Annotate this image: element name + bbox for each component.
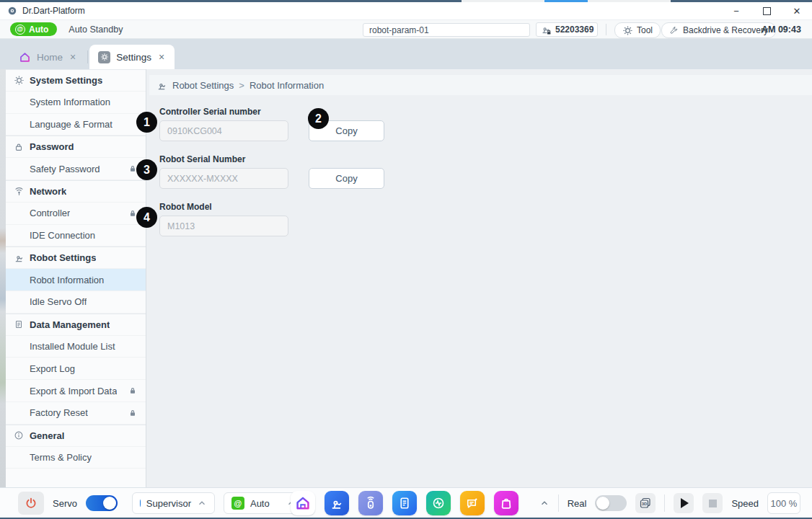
close-button[interactable]: ✕ bbox=[782, 2, 812, 19]
robot-arm-icon bbox=[13, 252, 25, 263]
sidebar-item-export-log[interactable]: Export Log bbox=[6, 358, 146, 380]
sidebar-item-installed-module-list[interactable]: Installed Module List bbox=[6, 336, 146, 358]
wrench-icon bbox=[669, 26, 679, 35]
breadcrumb-section: Robot Settings bbox=[172, 80, 234, 91]
mode-value: Auto bbox=[250, 498, 270, 509]
lock-icon bbox=[128, 386, 137, 395]
tab-close-icon[interactable]: × bbox=[69, 51, 77, 63]
tab-home[interactable]: Home× bbox=[10, 45, 86, 69]
robot-information-form: Controller Serial number0910KCG0041Copy2… bbox=[159, 107, 384, 249]
sidebar-item-safety-password[interactable]: Safety Password bbox=[6, 158, 146, 180]
robot-app-icon[interactable] bbox=[325, 491, 349, 515]
sidebar-item-factory-reset[interactable]: Factory Reset bbox=[6, 402, 146, 425]
document-app-icon[interactable] bbox=[392, 491, 417, 515]
status-bar-divider bbox=[558, 494, 559, 512]
field-value: XXXXXX-MXXXX bbox=[167, 174, 238, 184]
maximize-button[interactable] bbox=[751, 2, 782, 19]
sidebar-item-label: Safety Password bbox=[30, 164, 100, 174]
sidebar-item-label: Idle Servo Off bbox=[30, 296, 87, 307]
background-left-edge bbox=[0, 69, 6, 487]
sidebar-item-language-format[interactable]: Language & Format bbox=[6, 114, 146, 136]
play-button[interactable] bbox=[674, 493, 694, 513]
lock-icon bbox=[128, 409, 137, 417]
form-field: Robot ModelM10134 bbox=[159, 202, 384, 236]
sidebar-item-label: Controller bbox=[30, 208, 70, 218]
annotation-badge-1: 1 bbox=[136, 112, 157, 133]
sidebar-item-ide-connection[interactable]: IDE Connection bbox=[6, 225, 146, 247]
monitor-app-icon[interactable] bbox=[426, 491, 451, 515]
sidebar-item-label: Factory Reset bbox=[30, 407, 88, 418]
tab-close-icon[interactable]: × bbox=[157, 51, 166, 63]
tab-separator bbox=[87, 50, 88, 63]
remote-app-icon[interactable] bbox=[358, 491, 383, 515]
chevron-up-icon[interactable] bbox=[539, 498, 550, 508]
speed-label: Speed bbox=[731, 498, 759, 509]
document-icon bbox=[13, 319, 25, 329]
field-label: Controller Serial number bbox=[159, 107, 384, 117]
sidebar-item-label: System Settings bbox=[30, 75, 102, 86]
sidebar-item-system-information[interactable]: System Information bbox=[6, 92, 146, 114]
auto-mode-label: Auto bbox=[29, 25, 48, 35]
power-icon bbox=[25, 497, 37, 510]
power-button[interactable] bbox=[18, 492, 44, 515]
settings-sidebar: System SettingsSystem InformationLanguag… bbox=[6, 69, 146, 487]
stop-icon bbox=[709, 500, 717, 507]
home-app-icon[interactable] bbox=[291, 491, 315, 515]
stop-button[interactable] bbox=[702, 493, 723, 513]
controller-serial-value: 52203369 bbox=[555, 25, 593, 35]
copy-button-label: Copy bbox=[335, 125, 357, 136]
sidebar-item-controller[interactable]: Controller bbox=[6, 203, 146, 225]
tool-button[interactable]: Tool bbox=[614, 22, 661, 38]
backdrive-recovery-button[interactable]: Backdrive & Recovery bbox=[661, 22, 776, 38]
sidebar-item-password[interactable]: Password bbox=[6, 136, 146, 158]
main-region: System SettingsSystem InformationLanguag… bbox=[0, 69, 812, 487]
sidebar-item-data-management[interactable]: Data Management bbox=[6, 314, 146, 336]
sidebar-item-network[interactable]: Network bbox=[6, 180, 146, 203]
copy-button[interactable]: Copy2 bbox=[309, 120, 384, 141]
field-value-input[interactable]: M10134 bbox=[159, 216, 288, 236]
sidebar-item-export-import-data[interactable]: Export & Import Data bbox=[6, 380, 146, 402]
servo-toggle[interactable] bbox=[86, 495, 118, 511]
field-value-input[interactable]: 0910KCG0041 bbox=[159, 120, 288, 141]
speed-value-box[interactable]: 100 % bbox=[767, 492, 800, 514]
annotation-badge-2: 2 bbox=[308, 108, 329, 129]
sidebar-item-label: Export Log bbox=[30, 363, 75, 374]
home-tab-icon bbox=[19, 51, 31, 63]
sidebar-item-system-settings[interactable]: System Settings bbox=[6, 69, 146, 92]
controller-serial-box[interactable]: 52203369 bbox=[536, 22, 598, 37]
tab-label: Home bbox=[37, 52, 63, 63]
sidebar-item-general[interactable]: General bbox=[6, 425, 146, 447]
store-app-icon[interactable] bbox=[494, 491, 518, 515]
svg-text:3D: 3D bbox=[642, 502, 648, 506]
servo-label: Servo bbox=[53, 498, 77, 509]
clock-text: AM 09:43 bbox=[762, 20, 801, 39]
sidebar-item-robot-settings[interactable]: Robot Settings bbox=[6, 247, 146, 269]
toolbar-divider bbox=[606, 24, 606, 35]
robot-param-input[interactable] bbox=[363, 23, 530, 37]
simulator-3d-button[interactable]: 3D bbox=[635, 493, 656, 513]
top-toolbar: @ Auto Auto Standby 52203369 Tool Backdr… bbox=[0, 20, 812, 39]
role-status-dot bbox=[140, 500, 141, 507]
tab-settings[interactable]: Settings× bbox=[89, 45, 175, 69]
minimize-button[interactable]: − bbox=[721, 2, 751, 19]
sidebar-item-robot-information[interactable]: Robot Information bbox=[6, 269, 146, 291]
copy-button[interactable]: Copy bbox=[309, 168, 384, 189]
role-value: Supervisor bbox=[146, 498, 191, 509]
gear-icon bbox=[13, 75, 25, 86]
sidebar-item-idle-servo-off[interactable]: Idle Servo Off bbox=[6, 291, 146, 314]
real-mode-label: Real bbox=[568, 498, 587, 509]
chat-app-icon[interactable] bbox=[460, 491, 485, 515]
app-window: Dr.Dart-Platform − ✕ @ Auto Auto Standby… bbox=[0, 0, 812, 519]
real-toggle[interactable] bbox=[595, 495, 627, 511]
info-icon bbox=[13, 430, 25, 440]
antenna-icon bbox=[13, 186, 25, 197]
settings-tab-icon bbox=[98, 51, 110, 63]
sidebar-item-label: IDE Connection bbox=[30, 230, 95, 241]
auto-mode-badge[interactable]: @ Auto bbox=[10, 22, 57, 36]
content-pane: Robot Settings > Robot Information Contr… bbox=[146, 69, 812, 487]
form-field: Robot Serial NumberXXXXXX-MXXXX3Copy bbox=[159, 154, 384, 189]
role-dropdown[interactable]: Supervisor bbox=[132, 492, 215, 514]
field-value: M1013 bbox=[167, 221, 195, 231]
field-value-input[interactable]: XXXXXX-MXXXX3 bbox=[159, 168, 288, 189]
sidebar-item-terms-policy[interactable]: Terms & Policy bbox=[6, 447, 146, 469]
